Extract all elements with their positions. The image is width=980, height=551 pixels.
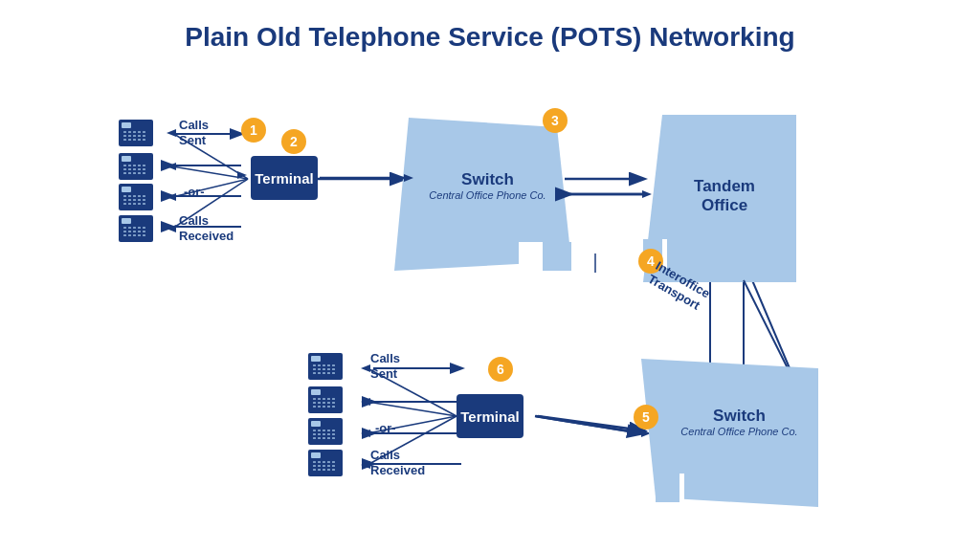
svg-rect-140 <box>318 402 321 404</box>
num-circle-6: 6 <box>488 357 513 382</box>
phone-5 <box>306 351 345 386</box>
terminal-top-label: Terminal <box>255 170 313 187</box>
svg-rect-174 <box>318 465 321 467</box>
svg-rect-41 <box>133 168 136 170</box>
svg-rect-128 <box>318 372 321 374</box>
svg-rect-152 <box>318 430 321 431</box>
switch-top: Switch Central Office Phone Co. <box>394 118 571 275</box>
svg-rect-143 <box>332 402 335 404</box>
svg-rect-130 <box>327 372 330 374</box>
num-4-label: 4 <box>647 253 655 269</box>
svg-rect-168 <box>313 461 316 463</box>
tandem-office-title: TandemOffice <box>662 177 787 216</box>
num-2-label: 2 <box>290 134 298 149</box>
svg-rect-163 <box>323 437 325 439</box>
svg-rect-73 <box>123 231 126 232</box>
svg-rect-120 <box>327 364 330 366</box>
svg-rect-126 <box>332 368 335 370</box>
svg-rect-59 <box>138 199 141 201</box>
diagram-container: Plain Old Telephone Service (POTS) Netwo… <box>21 12 959 539</box>
num-circle-3: 3 <box>543 108 568 133</box>
svg-rect-82 <box>143 234 145 236</box>
svg-rect-134 <box>313 398 316 400</box>
svg-rect-22 <box>123 135 126 137</box>
phone-7 <box>306 416 345 451</box>
num-circle-1: 1 <box>241 118 266 143</box>
svg-rect-24 <box>133 135 136 137</box>
svg-rect-46 <box>133 172 136 174</box>
svg-rect-181 <box>327 469 330 471</box>
svg-rect-182 <box>332 469 335 471</box>
svg-marker-112 <box>361 461 370 469</box>
svg-marker-110 <box>361 398 370 406</box>
phone-8 <box>306 448 345 482</box>
svg-rect-19 <box>133 131 136 133</box>
svg-rect-21 <box>143 131 145 133</box>
svg-rect-146 <box>323 406 325 408</box>
svg-rect-179 <box>318 469 321 471</box>
svg-rect-157 <box>318 433 321 435</box>
svg-rect-123 <box>318 368 321 370</box>
svg-rect-176 <box>327 465 330 467</box>
calls-sent-label-bottom: CallsSent <box>370 351 400 381</box>
svg-rect-31 <box>143 139 145 141</box>
switch-top-sub: Central Office Phone Co. <box>418 189 557 201</box>
svg-rect-131 <box>332 372 335 374</box>
num-1-label: 1 <box>250 122 257 138</box>
svg-rect-169 <box>318 461 321 463</box>
svg-rect-28 <box>128 139 131 141</box>
svg-rect-67 <box>122 218 131 224</box>
svg-marker-99 <box>167 225 176 232</box>
num-circle-2: 2 <box>281 129 306 154</box>
calls-sent-label-top: CallsSent <box>179 118 209 147</box>
svg-line-13 <box>538 416 643 430</box>
phone-3 <box>117 182 155 216</box>
svg-rect-38 <box>143 165 145 166</box>
svg-rect-43 <box>143 168 145 170</box>
svg-rect-156 <box>313 433 316 435</box>
page-title: Plain Old Telephone Service (POTS) Netwo… <box>21 12 959 53</box>
svg-marker-109 <box>361 364 370 372</box>
svg-rect-160 <box>332 433 335 435</box>
svg-rect-53 <box>133 195 136 197</box>
svg-rect-75 <box>133 231 136 232</box>
svg-rect-65 <box>143 203 145 205</box>
svg-marker-96 <box>167 129 176 137</box>
svg-rect-171 <box>327 461 330 463</box>
svg-rect-30 <box>138 139 141 141</box>
svg-rect-42 <box>138 168 141 170</box>
svg-line-113 <box>535 416 643 433</box>
svg-rect-71 <box>138 227 141 229</box>
svg-rect-26 <box>143 135 145 137</box>
svg-rect-162 <box>318 437 321 439</box>
svg-rect-161 <box>313 437 316 439</box>
phone-6 <box>306 385 345 419</box>
svg-rect-33 <box>122 156 131 162</box>
switch-top-title: Switch <box>418 170 557 189</box>
svg-rect-124 <box>323 368 325 370</box>
svg-rect-122 <box>313 368 316 370</box>
svg-rect-56 <box>123 199 126 201</box>
svg-marker-98 <box>167 193 176 201</box>
num-5-label: 5 <box>642 409 650 425</box>
tandem-office: TandemOffice <box>643 115 796 286</box>
svg-rect-74 <box>128 231 131 232</box>
svg-rect-72 <box>143 227 145 229</box>
svg-rect-135 <box>318 398 321 400</box>
svg-rect-78 <box>123 234 126 236</box>
svg-rect-36 <box>133 165 136 166</box>
svg-rect-35 <box>128 165 131 166</box>
svg-rect-148 <box>332 406 335 408</box>
phone-1 <box>117 118 155 152</box>
svg-rect-68 <box>123 227 126 229</box>
svg-rect-77 <box>143 231 145 232</box>
svg-rect-18 <box>128 131 131 133</box>
svg-rect-141 <box>323 402 325 404</box>
svg-marker-97 <box>167 163 176 170</box>
svg-rect-138 <box>332 398 335 400</box>
svg-line-106 <box>368 402 457 416</box>
num-3-label: 3 <box>551 113 559 128</box>
terminal-top: Terminal <box>251 156 318 200</box>
svg-rect-185 <box>656 474 679 502</box>
svg-rect-17 <box>123 131 126 133</box>
